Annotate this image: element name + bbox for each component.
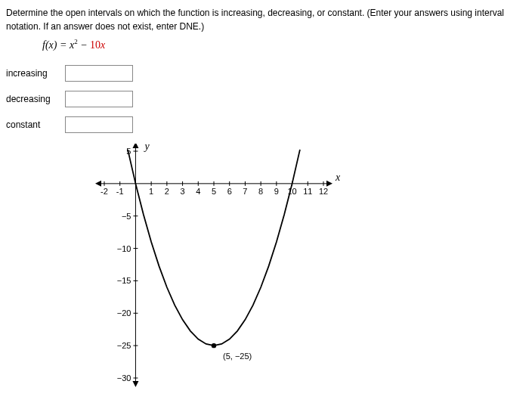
x-tick-label: 6 [227,187,232,196]
formula-op: − [78,39,90,51]
x-tick-label: 1 [149,187,153,196]
y-tick-label: −15 [117,276,131,285]
formula-var2: x [101,39,105,51]
formula-x-arg: x [49,39,54,51]
increasing-input[interactable] [65,65,133,82]
formula-coef2: 10 [90,39,101,51]
vertex-label: (5, −25) [223,352,252,361]
x-tick-label: 3 [181,187,185,196]
table-row: increasing [6,60,139,86]
parabola-curve [128,150,300,345]
svg-marker-2 [326,181,332,187]
graph-container: -2-11234567891011125−5−10−15−20−25−30yx(… [74,144,526,393]
formula-f: f [42,39,45,51]
x-tick-label: 9 [274,187,279,196]
y-tick-label: −20 [117,308,131,318]
y-tick-label: −30 [117,373,131,383]
decreasing-label: decreasing [6,86,65,112]
function-formula: f(x) = x2 − 10x [42,38,526,51]
svg-marker-4 [132,144,138,148]
x-tick-label: 8 [258,187,263,196]
vertex-point [212,343,216,348]
x-tick-label: 5 [212,187,216,196]
x-tick-label: 12 [319,187,328,196]
increasing-label: increasing [6,60,65,86]
table-row: decreasing [6,86,139,112]
y-axis-label: y [143,144,150,152]
parabola-graph: -2-11234567891011125−5−10−15−20−25−30yx(… [74,144,346,393]
y-tick-label: −10 [117,243,131,253]
svg-marker-5 [132,381,138,387]
x-tick-label: 11 [303,187,312,196]
x-tick-label: 7 [243,187,247,196]
constant-input[interactable] [65,116,133,133]
table-row: constant [6,112,139,138]
constant-label: constant [6,112,65,138]
x-tick-label: 2 [165,187,169,196]
x-tick-label: -1 [116,187,124,196]
decreasing-input[interactable] [65,91,133,107]
y-tick-label: −25 [117,341,131,350]
x-tick-label: 4 [196,187,200,196]
x-axis-label: x [335,172,341,183]
instructions-text: Determine the open intervals on which th… [6,6,526,33]
svg-marker-3 [95,181,101,187]
x-tick-label: -2 [101,187,108,196]
formula-eq: = [57,39,69,51]
answer-table: increasing decreasing constant [6,60,139,138]
y-tick-label: −5 [122,211,131,220]
